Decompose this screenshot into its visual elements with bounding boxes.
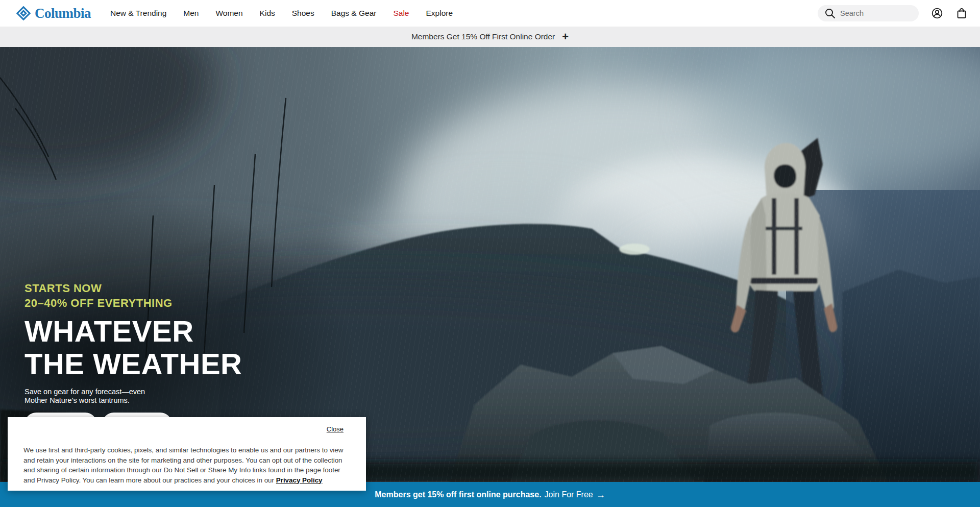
- promo-banner[interactable]: Members Get 15% Off First Online Order +: [0, 27, 980, 47]
- nav-women[interactable]: Women: [215, 9, 242, 18]
- search-icon: [824, 7, 836, 19]
- search-input[interactable]: [840, 9, 912, 17]
- shopping-bag-icon[interactable]: [955, 7, 968, 19]
- plus-icon[interactable]: +: [562, 31, 569, 42]
- hero-eyebrow-line2: 20–40% OFF EVERYTHING: [24, 296, 242, 310]
- hero-title: WHATEVER THE WEATHER: [24, 315, 242, 380]
- search-bar[interactable]: [818, 5, 919, 21]
- nav-new-trending[interactable]: New & Trending: [110, 9, 166, 18]
- cookie-close-button[interactable]: Close: [327, 425, 344, 433]
- hero-copy: STARTS NOW 20–40% OFF EVERYTHING WHATEVE…: [24, 281, 242, 436]
- hero-subtext-line1: Save on gear for any forecast—even: [24, 388, 242, 396]
- site-header: Columbia New & Trending Men Women Kids S…: [0, 0, 980, 27]
- header-actions: [818, 5, 968, 21]
- hero-eyebrow-line1: STARTS NOW: [24, 281, 242, 296]
- brand-wordmark: Columbia: [35, 6, 91, 21]
- nav-sale[interactable]: Sale: [393, 9, 409, 18]
- nav-explore[interactable]: Explore: [426, 9, 453, 18]
- nav-men[interactable]: Men: [183, 9, 199, 18]
- cookie-consent-dialog: Close We use first and third-party cooki…: [8, 417, 366, 491]
- main-nav: New & Trending Men Women Kids Shoes Bags…: [110, 9, 453, 18]
- promo-text: Members Get 15% Off First Online Order: [411, 32, 555, 41]
- nav-kids[interactable]: Kids: [260, 9, 275, 18]
- nav-shoes[interactable]: Shoes: [292, 9, 314, 18]
- account-icon[interactable]: [931, 7, 943, 19]
- cookie-body-text: We use first and third-party cookies, pi…: [23, 445, 348, 485]
- columbia-diamond-logo: [15, 6, 32, 20]
- privacy-policy-link[interactable]: Privacy Policy: [276, 476, 323, 484]
- hero-title-line1: WHATEVER: [24, 315, 242, 348]
- hero-title-line2: THE WEATHER: [24, 348, 242, 380]
- hero-subtext-line2: Mother Nature's worst tantrums.: [24, 396, 242, 405]
- hero-subtext: Save on gear for any forecast—even Mothe…: [24, 388, 242, 405]
- columbia-logo[interactable]: Columbia: [15, 6, 91, 21]
- join-for-free-link[interactable]: Join For Free: [545, 490, 593, 499]
- nav-bags-gear[interactable]: Bags & Gear: [331, 9, 377, 18]
- banner-offer-text: Members get 15% off first online purchas…: [375, 490, 541, 499]
- arrow-right-icon: →: [596, 490, 605, 499]
